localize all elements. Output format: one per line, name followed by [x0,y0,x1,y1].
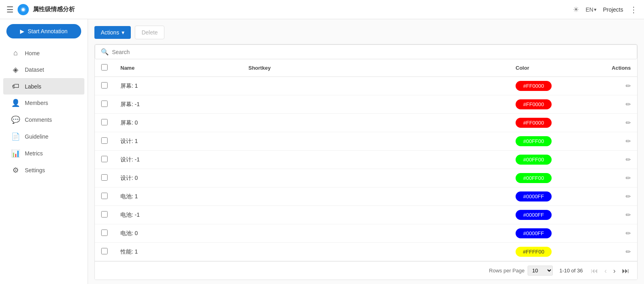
row-edit-icon-1[interactable]: ✏ [626,83,631,89]
row-checkbox-1[interactable] [101,82,108,89]
row-name-7: 电池: 1 [120,193,138,199]
actions-label: Actions [101,29,119,36]
row-color-badge-2[interactable]: #FF0000 [516,99,552,109]
row-name-3: 屏幕: 0 [120,119,138,126]
start-annotation-button[interactable]: ▶ Start Annotation [6,24,81,38]
col-header-actions: Actions [612,65,631,71]
row-edit-icon-6[interactable]: ✏ [626,175,631,181]
row-color-badge-10[interactable]: #FFFF00 [516,247,552,257]
row-color-badge-4[interactable]: #00FF00 [516,136,552,146]
row-edit-icon-3[interactable]: ✏ [626,119,631,126]
more-options-icon[interactable]: ⋮ [630,5,638,14]
col-header-name: Name [120,65,134,71]
table-row: 屏幕: 1 #FF0000 ✏ [95,77,637,95]
metrics-icon: 📊 [11,149,20,158]
sidebar-label-guideline: Guideline [25,133,48,140]
dataset-icon: ◈ [11,65,20,74]
sidebar-item-home[interactable]: ⌂ Home [3,45,84,61]
comments-icon: 💬 [11,115,20,124]
table-row: 屏幕: 0 #FF0000 ✏ [95,114,637,132]
rows-per-page-label: Rows per Page [489,268,525,274]
row-color-badge-6[interactable]: #00FF00 [516,173,552,183]
sidebar-label-members: Members [25,100,48,106]
app-title: 属性级情感分析 [33,6,75,13]
row-checkbox-4[interactable] [101,137,108,144]
row-name-2: 屏幕: -1 [120,101,140,107]
labels-icon: 🏷 [11,82,20,91]
col-header-color: Color [516,65,529,71]
delete-button[interactable]: Delete [135,26,164,39]
table-row: 电池: -1 #0000FF ✏ [95,206,637,224]
sidebar-label-labels: Labels [25,83,41,90]
row-edit-icon-7[interactable]: ✏ [626,193,631,200]
pagination-info: 1-10 of 36 [559,268,583,274]
row-color-badge-1[interactable]: #FF0000 [516,81,552,91]
sidebar-item-metrics[interactable]: 📊 Metrics [3,145,84,162]
row-color-badge-8[interactable]: #0000FF [516,210,552,220]
table-row: 性能: 1 #FFFF00 ✏ [95,243,637,261]
rows-per-page-select[interactable]: 10 25 50 [528,266,553,276]
row-color-badge-9[interactable]: #0000FF [516,228,552,238]
row-name-4: 设计: 1 [120,138,138,144]
pagination-next-button[interactable]: › [612,266,617,275]
row-name-5: 设计: -1 [120,156,140,163]
language-chevron-icon: ▾ [594,7,596,12]
pagination-last-button[interactable]: ⏭ [620,266,631,275]
actions-button[interactable]: Actions ▾ [94,26,131,39]
svg-point-1 [22,8,24,11]
col-header-shortkey: Shortkey [248,65,271,71]
sidebar-item-dataset[interactable]: ◈ Dataset [3,61,84,78]
row-edit-icon-10[interactable]: ✏ [626,248,631,255]
sidebar-item-labels[interactable]: 🏷 Labels [3,78,84,95]
settings-icon: ⚙ [11,166,20,175]
theme-toggle-icon[interactable]: ☀ [573,5,579,14]
guideline-icon: 📄 [11,132,20,141]
row-color-badge-5[interactable]: #00FF00 [516,155,552,165]
language-label: EN [586,6,593,13]
search-input[interactable] [112,49,631,55]
members-icon: 👤 [11,99,20,107]
pagination-prev-button[interactable]: ‹ [603,266,608,275]
table-row: 电池: 1 #0000FF ✏ [95,187,637,206]
row-name-9: 电池: 0 [120,230,138,236]
row-checkbox-3[interactable] [101,119,108,125]
projects-link[interactable]: Projects [603,6,623,13]
sidebar-label-dataset: Dataset [25,66,44,73]
row-edit-icon-9[interactable]: ✏ [626,230,631,237]
hamburger-menu-icon[interactable]: ☰ [6,5,14,14]
row-checkbox-10[interactable] [101,248,108,254]
table-row: 电池: 0 #0000FF ✏ [95,224,637,243]
row-edit-icon-2[interactable]: ✏ [626,101,631,108]
start-annotation-icon: ▶ [20,28,24,34]
row-color-badge-7[interactable]: #0000FF [516,191,552,201]
row-color-badge-3[interactable]: #FF0000 [516,118,552,128]
row-edit-icon-4[interactable]: ✏ [626,138,631,145]
app-logo [18,4,29,15]
table-row: 设计: 0 #00FF00 ✏ [95,169,637,187]
select-all-checkbox[interactable] [101,64,108,70]
start-annotation-label: Start Annotation [28,28,68,34]
row-checkbox-8[interactable] [101,211,108,218]
row-checkbox-6[interactable] [101,174,108,181]
home-icon: ⌂ [11,49,20,57]
table-row: 设计: 1 #00FF00 ✏ [95,132,637,151]
sidebar-item-settings[interactable]: ⚙ Settings [3,162,84,179]
language-selector[interactable]: EN ▾ [586,6,596,13]
row-checkbox-7[interactable] [101,193,108,199]
row-edit-icon-8[interactable]: ✏ [626,211,631,218]
row-edit-icon-5[interactable]: ✏ [626,156,631,163]
search-icon: 🔍 [101,48,109,56]
row-checkbox-5[interactable] [101,156,108,162]
table-row: 屏幕: -1 #FF0000 ✏ [95,95,637,114]
sidebar-label-home: Home [25,50,40,56]
sidebar-label-settings: Settings [25,167,45,173]
sidebar-item-members[interactable]: 👤 Members [3,95,84,111]
row-checkbox-2[interactable] [101,101,108,107]
sidebar-item-guideline[interactable]: 📄 Guideline [3,128,84,145]
sidebar-label-metrics: Metrics [25,150,43,157]
sidebar-item-comments[interactable]: 💬 Comments [3,111,84,128]
row-checkbox-9[interactable] [101,230,108,236]
pagination-first-button[interactable]: ⏮ [589,266,600,275]
row-name-8: 电池: -1 [120,211,140,218]
sidebar-label-comments: Comments [25,117,52,123]
